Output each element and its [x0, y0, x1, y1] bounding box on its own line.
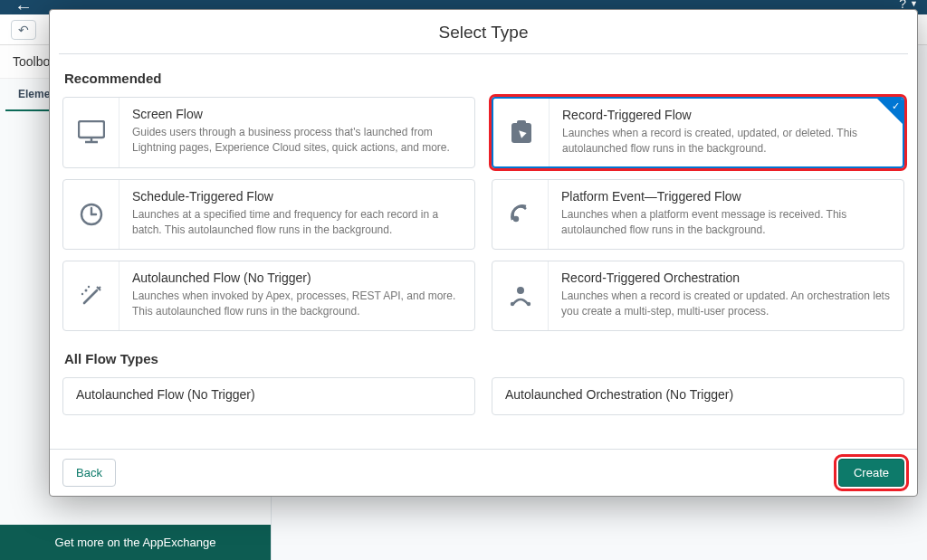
card-autolaunched-flow[interactable]: Autolaunched Flow (No Trigger) Launches …	[62, 261, 475, 331]
screen-flow-icon	[63, 98, 119, 167]
check-icon: ✓	[892, 100, 900, 112]
card-title: Platform Event—Triggered Flow	[561, 189, 891, 204]
wand-icon	[63, 261, 119, 330]
all-flow-grid: Autolaunched Flow (No Trigger) Autolaunc…	[62, 377, 904, 415]
card-desc: Launches when invoked by Apex, processes…	[132, 289, 462, 320]
undo-button[interactable]: ↶	[11, 20, 36, 40]
section-recommended: Recommended	[64, 71, 904, 86]
orchestration-icon	[492, 261, 549, 330]
section-all-flow-types: All Flow Types	[64, 351, 904, 366]
card-desc: Launches at a specified time and frequen…	[132, 207, 462, 239]
appexchange-link[interactable]: Get more on the AppExchange	[0, 525, 271, 560]
recommended-grid: Screen Flow Guides users through a busin…	[62, 97, 904, 331]
card-platform-event-flow[interactable]: Platform Event—Triggered Flow Launches w…	[492, 179, 904, 250]
modal-body: Recommended Screen Flow Guides users thr…	[50, 56, 917, 449]
svg-rect-0	[79, 121, 104, 138]
back-arrow-icon[interactable]: ←	[14, 0, 33, 17]
svg-point-11	[87, 286, 89, 288]
card-title: Record-Triggered Flow	[562, 108, 890, 122]
card-all-autolaunched[interactable]: Autolaunched Flow (No Trigger)	[62, 377, 475, 415]
card-title: Screen Flow	[132, 107, 462, 121]
modal-title: Select Type	[50, 10, 917, 53]
clock-icon	[63, 180, 119, 249]
card-title: Autolaunched Flow (No Trigger)	[132, 271, 462, 285]
card-schedule-triggered-flow[interactable]: Schedule-Triggered Flow Launches at a sp…	[62, 179, 475, 250]
svg-point-10	[84, 289, 87, 291]
card-title: Autolaunched Flow (No Trigger)	[76, 387, 462, 402]
card-all-autolaunched-orchestration[interactable]: Autolaunched Orchestration (No Trigger)	[492, 377, 904, 415]
card-desc: Launches when a record is created or upd…	[561, 289, 891, 320]
create-button[interactable]: Create	[838, 459, 904, 487]
svg-point-8	[512, 216, 518, 222]
satellite-icon	[492, 180, 549, 249]
svg-point-12	[81, 293, 82, 295]
card-title: Schedule-Triggered Flow	[132, 189, 462, 204]
back-button[interactable]: Back	[62, 459, 116, 487]
svg-point-13	[517, 287, 524, 294]
card-desc: Guides users through a business process …	[132, 125, 462, 157]
svg-rect-4	[517, 120, 526, 126]
select-type-modal: Select Type Recommended Screen Flow Guid…	[49, 9, 918, 497]
svg-point-14	[510, 302, 513, 306]
card-record-triggered-flow[interactable]: ✓ Record-Triggered Flow Launches when a …	[492, 97, 904, 168]
card-desc: Launches when a platform event message i…	[561, 207, 891, 239]
modal-footer: Back Create	[50, 449, 917, 496]
svg-line-9	[84, 290, 97, 303]
card-record-triggered-orchestration[interactable]: Record-Triggered Orchestration Launches …	[492, 261, 904, 331]
chevron-down-icon: ▼	[910, 0, 918, 8]
svg-point-15	[526, 302, 530, 306]
card-title: Record-Triggered Orchestration	[561, 271, 891, 285]
card-title: Autolaunched Orchestration (No Trigger)	[505, 387, 891, 402]
divider	[59, 53, 908, 54]
card-desc: Launches when a record is created, updat…	[562, 126, 890, 157]
card-screen-flow[interactable]: Screen Flow Guides users through a busin…	[62, 97, 475, 168]
record-triggered-icon	[493, 99, 550, 166]
